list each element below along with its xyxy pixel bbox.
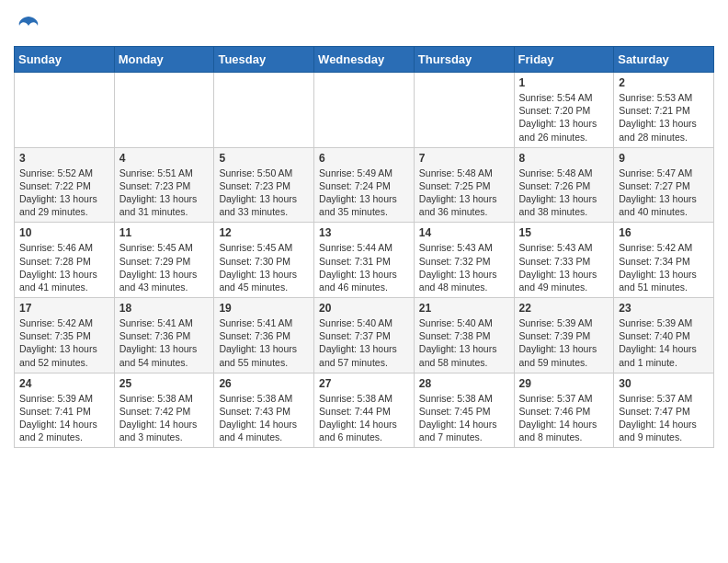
day-header-tuesday: Tuesday <box>214 47 314 73</box>
day-info: Sunrise: 5:42 AMSunset: 7:35 PMDaylight:… <box>19 316 109 369</box>
day-header-monday: Monday <box>114 47 214 73</box>
week-row-2: 3Sunrise: 5:52 AMSunset: 7:22 PMDaylight… <box>15 147 714 223</box>
day-number: 27 <box>319 377 409 390</box>
day-number: 25 <box>119 377 210 390</box>
day-cell: 6Sunrise: 5:49 AMSunset: 7:24 PMDaylight… <box>314 147 415 223</box>
day-info: Sunrise: 5:38 AMSunset: 7:42 PMDaylight:… <box>119 392 210 444</box>
day-cell: 1Sunrise: 5:54 AMSunset: 7:20 PMDaylight… <box>514 73 614 148</box>
logo <box>14 13 41 39</box>
day-info: Sunrise: 5:38 AMSunset: 7:45 PMDaylight:… <box>419 392 509 444</box>
day-info: Sunrise: 5:47 AMSunset: 7:27 PMDaylight:… <box>619 167 709 219</box>
day-info: Sunrise: 5:43 AMSunset: 7:32 PMDaylight:… <box>419 241 509 293</box>
day-info: Sunrise: 5:40 AMSunset: 7:37 PMDaylight:… <box>319 316 409 369</box>
day-info: Sunrise: 5:37 AMSunset: 7:47 PMDaylight:… <box>619 392 709 444</box>
day-info: Sunrise: 5:38 AMSunset: 7:43 PMDaylight:… <box>219 392 309 444</box>
day-cell <box>15 73 115 148</box>
day-info: Sunrise: 5:49 AMSunset: 7:24 PMDaylight:… <box>319 167 409 219</box>
week-row-3: 10Sunrise: 5:46 AMSunset: 7:28 PMDayligh… <box>15 223 714 298</box>
day-info: Sunrise: 5:51 AMSunset: 7:23 PMDaylight:… <box>119 167 210 219</box>
day-cell: 27Sunrise: 5:38 AMSunset: 7:44 PMDayligh… <box>314 373 415 448</box>
day-info: Sunrise: 5:45 AMSunset: 7:30 PMDaylight:… <box>219 241 309 293</box>
day-cell: 13Sunrise: 5:44 AMSunset: 7:31 PMDayligh… <box>314 223 415 298</box>
day-cell: 12Sunrise: 5:45 AMSunset: 7:30 PMDayligh… <box>214 223 314 298</box>
day-cell: 23Sunrise: 5:39 AMSunset: 7:40 PMDayligh… <box>614 298 714 373</box>
day-cell: 5Sunrise: 5:50 AMSunset: 7:23 PMDaylight… <box>214 147 314 223</box>
day-info: Sunrise: 5:39 AMSunset: 7:40 PMDaylight:… <box>619 316 709 369</box>
calendar-table: SundayMondayTuesdayWednesdayThursdayFrid… <box>14 46 714 448</box>
day-info: Sunrise: 5:48 AMSunset: 7:26 PMDaylight:… <box>519 167 609 219</box>
day-cell: 7Sunrise: 5:48 AMSunset: 7:25 PMDaylight… <box>414 147 514 223</box>
day-cell: 15Sunrise: 5:43 AMSunset: 7:33 PMDayligh… <box>514 223 614 298</box>
day-cell: 9Sunrise: 5:47 AMSunset: 7:27 PMDaylight… <box>614 147 714 223</box>
day-info: Sunrise: 5:42 AMSunset: 7:34 PMDaylight:… <box>619 241 709 293</box>
day-number: 20 <box>319 302 409 315</box>
day-number: 7 <box>419 152 509 165</box>
day-info: Sunrise: 5:37 AMSunset: 7:46 PMDaylight:… <box>519 392 609 444</box>
day-header-sunday: Sunday <box>15 47 115 73</box>
day-number: 14 <box>419 226 509 239</box>
day-number: 9 <box>619 152 709 165</box>
day-cell: 17Sunrise: 5:42 AMSunset: 7:35 PMDayligh… <box>15 298 115 373</box>
day-info: Sunrise: 5:54 AMSunset: 7:20 PMDaylight:… <box>519 91 609 144</box>
day-info: Sunrise: 5:41 AMSunset: 7:36 PMDaylight:… <box>119 316 210 369</box>
day-number: 18 <box>119 302 210 315</box>
day-cell: 19Sunrise: 5:41 AMSunset: 7:36 PMDayligh… <box>214 298 314 373</box>
day-number: 24 <box>19 377 109 390</box>
day-number: 22 <box>519 302 609 315</box>
day-cell: 4Sunrise: 5:51 AMSunset: 7:23 PMDaylight… <box>114 147 214 223</box>
day-cell: 18Sunrise: 5:41 AMSunset: 7:36 PMDayligh… <box>114 298 214 373</box>
day-cell: 8Sunrise: 5:48 AMSunset: 7:26 PMDaylight… <box>514 147 614 223</box>
day-info: Sunrise: 5:40 AMSunset: 7:38 PMDaylight:… <box>419 316 509 369</box>
day-cell: 22Sunrise: 5:39 AMSunset: 7:39 PMDayligh… <box>514 298 614 373</box>
day-header-friday: Friday <box>514 47 614 73</box>
day-cell: 28Sunrise: 5:38 AMSunset: 7:45 PMDayligh… <box>414 373 514 448</box>
week-row-4: 17Sunrise: 5:42 AMSunset: 7:35 PMDayligh… <box>15 298 714 373</box>
day-info: Sunrise: 5:48 AMSunset: 7:25 PMDaylight:… <box>419 167 509 219</box>
week-row-5: 24Sunrise: 5:39 AMSunset: 7:41 PMDayligh… <box>15 373 714 448</box>
day-cell: 2Sunrise: 5:53 AMSunset: 7:21 PMDaylight… <box>614 73 714 148</box>
day-number: 6 <box>319 152 409 165</box>
day-cell: 25Sunrise: 5:38 AMSunset: 7:42 PMDayligh… <box>114 373 214 448</box>
week-row-1: 1Sunrise: 5:54 AMSunset: 7:20 PMDaylight… <box>15 73 714 148</box>
day-number: 28 <box>419 377 509 390</box>
day-info: Sunrise: 5:45 AMSunset: 7:29 PMDaylight:… <box>119 241 210 293</box>
day-number: 5 <box>219 152 309 165</box>
day-cell <box>214 73 314 148</box>
day-cell: 3Sunrise: 5:52 AMSunset: 7:22 PMDaylight… <box>15 147 115 223</box>
day-cell: 24Sunrise: 5:39 AMSunset: 7:41 PMDayligh… <box>15 373 115 448</box>
day-number: 30 <box>619 377 709 390</box>
day-number: 8 <box>519 152 609 165</box>
day-number: 21 <box>419 302 509 315</box>
day-info: Sunrise: 5:38 AMSunset: 7:44 PMDaylight:… <box>319 392 409 444</box>
logo-bird-icon <box>16 13 41 39</box>
day-info: Sunrise: 5:39 AMSunset: 7:39 PMDaylight:… <box>519 316 609 369</box>
day-cell: 21Sunrise: 5:40 AMSunset: 7:38 PMDayligh… <box>414 298 514 373</box>
day-number: 11 <box>119 226 210 239</box>
day-header-thursday: Thursday <box>414 47 514 73</box>
day-number: 12 <box>219 226 309 239</box>
day-cell: 14Sunrise: 5:43 AMSunset: 7:32 PMDayligh… <box>414 223 514 298</box>
day-number: 29 <box>519 377 609 390</box>
day-info: Sunrise: 5:44 AMSunset: 7:31 PMDaylight:… <box>319 241 409 293</box>
day-info: Sunrise: 5:52 AMSunset: 7:22 PMDaylight:… <box>19 167 109 219</box>
day-cell: 20Sunrise: 5:40 AMSunset: 7:37 PMDayligh… <box>314 298 415 373</box>
day-cell <box>414 73 514 148</box>
days-header-row: SundayMondayTuesdayWednesdayThursdayFrid… <box>15 47 714 73</box>
header <box>14 9 714 39</box>
day-cell <box>314 73 415 148</box>
day-info: Sunrise: 5:41 AMSunset: 7:36 PMDaylight:… <box>219 316 309 369</box>
day-number: 16 <box>619 226 709 239</box>
day-cell: 16Sunrise: 5:42 AMSunset: 7:34 PMDayligh… <box>614 223 714 298</box>
day-header-saturday: Saturday <box>614 47 714 73</box>
day-cell: 29Sunrise: 5:37 AMSunset: 7:46 PMDayligh… <box>514 373 614 448</box>
day-cell: 30Sunrise: 5:37 AMSunset: 7:47 PMDayligh… <box>614 373 714 448</box>
day-number: 4 <box>119 152 210 165</box>
day-number: 10 <box>19 226 109 239</box>
day-number: 26 <box>219 377 309 390</box>
day-info: Sunrise: 5:39 AMSunset: 7:41 PMDaylight:… <box>19 392 109 444</box>
day-number: 2 <box>619 76 709 89</box>
day-info: Sunrise: 5:46 AMSunset: 7:28 PMDaylight:… <box>19 241 109 293</box>
day-number: 3 <box>19 152 109 165</box>
day-info: Sunrise: 5:43 AMSunset: 7:33 PMDaylight:… <box>519 241 609 293</box>
day-number: 15 <box>519 226 609 239</box>
